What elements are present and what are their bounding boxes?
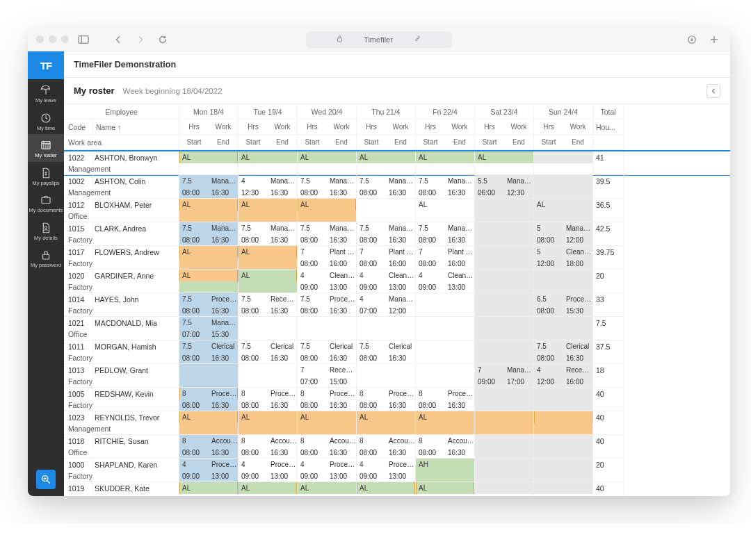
download-icon[interactable] xyxy=(684,32,700,47)
table-row[interactable]: 1013PEDLOW, Grant7Reception7Managem...4R… xyxy=(64,364,730,388)
day-cell[interactable]: 7.5Managem... xyxy=(298,222,357,234)
day-cell[interactable]: 4Reception xyxy=(534,364,593,376)
day-cell[interactable] xyxy=(534,482,593,494)
day-cell[interactable]: 6.5Processing xyxy=(534,293,593,305)
col-name[interactable]: Name ↑ xyxy=(93,120,179,135)
col-day[interactable]: Mon 18/4 xyxy=(179,104,239,120)
day-cell-times[interactable] xyxy=(534,400,593,411)
day-cell-times[interactable]: 08:0016:30 xyxy=(179,352,239,364)
day-cell[interactable]: 7.5Managem... xyxy=(357,175,416,187)
day-cell-times[interactable]: 08:0016:30 xyxy=(179,447,239,459)
roster-table[interactable]: Employee Mon 18/4 Tue 19/4 Wed 20/4 Thu … xyxy=(64,104,730,496)
day-cell-times[interactable] xyxy=(298,163,357,175)
max-dot[interactable] xyxy=(61,35,69,43)
day-cell-times[interactable]: 07:0015:00 xyxy=(298,376,357,388)
day-cell-times[interactable]: 07:0012:00 xyxy=(357,305,416,317)
zoom-button[interactable] xyxy=(36,470,56,489)
table-row[interactable]: 1005REDSHAW, Kevin8Processing8Processing… xyxy=(64,388,730,411)
day-cell-times[interactable]: 08:0016:30 xyxy=(239,447,298,459)
day-cell[interactable]: 7.5Managem... xyxy=(357,222,416,234)
back-icon[interactable] xyxy=(111,32,126,47)
col-day[interactable]: Sat 23/4 xyxy=(475,104,534,120)
day-cell-times[interactable] xyxy=(179,494,239,496)
day-cell-times[interactable] xyxy=(239,211,298,222)
day-cell-times[interactable]: 08:0016:30 xyxy=(298,187,357,199)
table-row[interactable]: 1023REYNOLDS, TrevorALALALALAL40Manageme… xyxy=(64,411,730,435)
day-cell[interactable]: 7Reception xyxy=(298,364,357,376)
day-cell[interactable]: 7.5Managem... xyxy=(416,175,475,187)
table-row[interactable]: 1017FLOWERS, AndrewALAL7Plant Main...7Pl… xyxy=(64,246,730,270)
col-code[interactable]: Code xyxy=(64,120,93,135)
day-cell[interactable]: AL xyxy=(298,199,357,211)
table-row[interactable]: 1012BLOXHAM, PeterALALALALAL36.5Office xyxy=(64,199,730,222)
day-cell[interactable]: 7.5Managem... xyxy=(179,175,239,187)
day-cell[interactable]: AL xyxy=(179,199,239,211)
day-cell[interactable] xyxy=(534,411,593,423)
day-cell[interactable] xyxy=(179,364,239,376)
day-cell[interactable]: AL xyxy=(239,411,298,423)
table-row[interactable]: 1018RITCHIE, Susan8Accounting8Accounting… xyxy=(64,435,730,459)
table-row[interactable]: 1015CLARK, Andrea7.5Managem...7.5Managem… xyxy=(64,222,730,246)
day-cell[interactable]: AL xyxy=(416,411,475,423)
col-day[interactable]: Fri 22/4 xyxy=(416,104,475,120)
day-cell-times[interactable]: 08:0016:00 xyxy=(298,258,357,270)
day-cell[interactable]: AL xyxy=(239,482,298,494)
day-cell[interactable]: 4Processing xyxy=(298,459,357,470)
day-cell[interactable]: 4Cleaning xyxy=(357,270,416,281)
day-cell-times[interactable] xyxy=(416,423,475,435)
day-cell[interactable]: 4Managem... xyxy=(357,293,416,305)
col-total[interactable]: Total xyxy=(593,104,624,120)
day-cell-times[interactable] xyxy=(534,447,593,459)
day-cell-times[interactable]: 12:0018:00 xyxy=(534,258,593,270)
day-cell-times[interactable]: 12:3016:30 xyxy=(239,187,298,199)
day-cell[interactable]: AL xyxy=(357,482,416,494)
day-cell-times[interactable]: 08:0016:30 xyxy=(416,447,475,459)
day-cell-times[interactable]: 09:0013:00 xyxy=(239,470,298,482)
day-cell-times[interactable] xyxy=(239,281,298,293)
day-cell[interactable]: AL xyxy=(416,199,475,211)
day-cell[interactable]: AL xyxy=(357,151,416,163)
day-cell-times[interactable] xyxy=(475,258,534,270)
day-cell-times[interactable] xyxy=(298,211,357,222)
day-cell-times[interactable] xyxy=(534,211,593,222)
day-cell[interactable] xyxy=(534,175,593,187)
day-cell[interactable]: 7.5Processing xyxy=(298,293,357,305)
day-cell-times[interactable] xyxy=(179,281,239,293)
day-cell[interactable]: AL xyxy=(179,482,239,494)
table-row[interactable]: 1011MORGAN, Hamish7.5Clerical7.5Clerical… xyxy=(64,340,730,364)
day-cell[interactable]: 7.5Managem... xyxy=(416,222,475,234)
day-cell[interactable]: 4Cleaning xyxy=(416,270,475,281)
day-cell-times[interactable]: 08:0016:30 xyxy=(298,305,357,317)
col-hours[interactable]: Hou... xyxy=(593,120,624,135)
day-cell-times[interactable] xyxy=(298,423,357,435)
day-cell[interactable]: AL xyxy=(298,151,357,163)
col-day[interactable]: Sun 24/4 xyxy=(534,104,593,120)
day-cell[interactable]: AL xyxy=(298,411,357,423)
day-cell-times[interactable] xyxy=(179,376,239,388)
reload-icon[interactable] xyxy=(155,32,170,47)
day-cell[interactable]: 7Plant Main... xyxy=(298,246,357,258)
day-cell-times[interactable] xyxy=(475,329,534,340)
day-cell-times[interactable]: 08:0016:30 xyxy=(357,234,416,246)
day-cell-times[interactable]: 08:0016:30 xyxy=(298,400,357,411)
day-cell-times[interactable]: 07:0015:30 xyxy=(179,329,239,340)
day-cell-times[interactable]: 09:0017:00 xyxy=(475,376,534,388)
day-cell-times[interactable] xyxy=(534,281,593,293)
table-row[interactable]: 1022ASHTON, BronwynALALALALALAL41Managem… xyxy=(64,150,730,175)
day-cell[interactable]: 7.5Clerical xyxy=(239,340,298,352)
day-cell-times[interactable]: 08:0016:30 xyxy=(239,400,298,411)
day-cell[interactable] xyxy=(416,340,475,352)
day-cell-times[interactable]: 08:0016:30 xyxy=(298,234,357,246)
day-cell-times[interactable] xyxy=(475,163,534,175)
day-cell[interactable]: 7Plant Main... xyxy=(357,246,416,258)
day-cell-times[interactable] xyxy=(416,470,475,482)
day-cell[interactable]: AH xyxy=(416,459,475,470)
day-cell[interactable]: 8Processing xyxy=(357,388,416,400)
day-cell-times[interactable] xyxy=(239,423,298,435)
day-cell-times[interactable] xyxy=(298,329,357,340)
day-cell-times[interactable]: 08:0016:30 xyxy=(179,234,239,246)
day-cell-times[interactable] xyxy=(357,329,416,340)
day-cell[interactable]: 8Accounting xyxy=(357,435,416,447)
day-cell-times[interactable] xyxy=(475,470,534,482)
day-cell[interactable] xyxy=(239,364,298,376)
